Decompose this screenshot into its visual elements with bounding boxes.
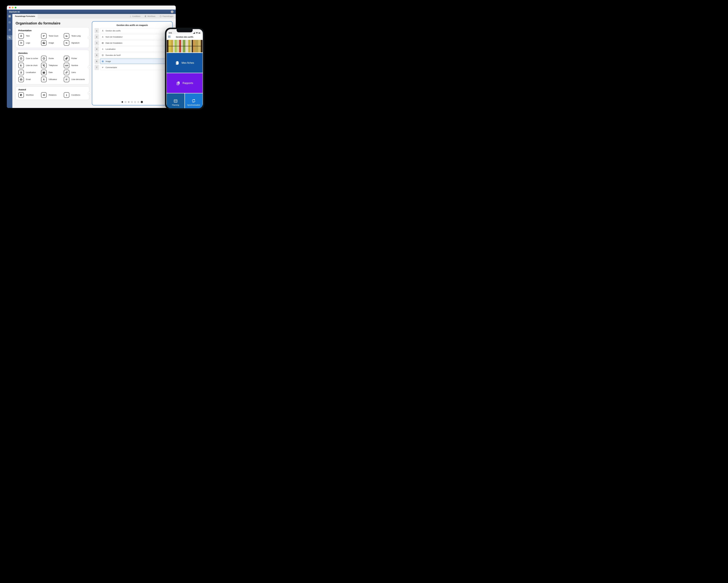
pager-page-3[interactable] <box>131 101 133 103</box>
svg-rect-9 <box>9 37 9 37</box>
exclamation-box-icon <box>64 92 69 98</box>
form-field-row[interactable]: 7Commentaire <box>95 65 170 70</box>
palette-item-email[interactable]: Email <box>18 77 41 82</box>
palette-item-duree[interactable]: Durée <box>41 56 64 61</box>
svg-point-35 <box>66 79 66 80</box>
palette-item-liste-choix[interactable]: Liste de choix <box>18 63 41 68</box>
user-icon <box>41 77 47 82</box>
apps-menu-button[interactable] <box>7 14 12 19</box>
number-icon: 123 <box>64 63 69 68</box>
form-field-row[interactable]: 5Données de l'actif <box>95 53 170 58</box>
pager-page-5[interactable] <box>137 101 139 103</box>
palette-item-titre[interactable]: Titre <box>18 33 41 39</box>
expand-presentation-button[interactable]: › <box>88 36 91 39</box>
palette-presentation-title: Présentation <box>18 29 86 32</box>
pager-page-2-current[interactable] <box>128 101 129 103</box>
palette-item-case[interactable]: Case à cocher <box>18 56 41 61</box>
palette-item-texte-court[interactable]: Texte Court <box>41 33 64 39</box>
shuffle-icon <box>41 92 47 98</box>
palette-item-conditions[interactable]: Conditions <box>64 92 86 98</box>
window-titlebar <box>7 5 176 9</box>
phone-time: 9:41 <box>169 32 172 34</box>
svg-rect-69 <box>176 101 177 102</box>
form-field-row[interactable]: 6Image <box>95 59 170 64</box>
field-number: 4 <box>95 47 99 52</box>
email-icon <box>18 77 24 82</box>
palette-presentation: Présentation Titre Texte Court Texte <box>16 27 89 48</box>
svg-rect-68 <box>175 101 176 102</box>
user-avatar[interactable] <box>171 10 174 13</box>
form-field-row[interactable]: 1Gestion des actifs <box>95 28 170 33</box>
form-field-list: 1Gestion des actifs2Nom de l'installateu… <box>92 28 172 99</box>
files-icon <box>175 61 180 65</box>
field-type-icon <box>102 48 104 50</box>
tab-parametrage-formulaire[interactable]: Paramétrage Formulaire <box>12 14 38 19</box>
pager-page-1[interactable] <box>125 101 126 103</box>
palette-item-utilisateur[interactable]: Utilisateur <box>41 77 64 82</box>
location-icon <box>18 70 24 75</box>
svg-point-36 <box>66 80 66 80</box>
palette-item-telephone[interactable]: Téléphone <box>41 63 64 68</box>
palette-item-relations[interactable]: Relations <box>41 92 64 98</box>
sidebar-item-builder[interactable] <box>7 35 12 40</box>
svg-rect-59 <box>199 33 200 33</box>
palette-item-localisation[interactable]: Localisation <box>18 70 41 75</box>
close-window-button[interactable] <box>9 7 10 8</box>
palette-donnees: Données Case à cocher Durée Fichier <box>16 50 89 84</box>
workflows-action[interactable]: Workflows <box>145 15 156 17</box>
svg-rect-56 <box>194 33 194 34</box>
tile-planning[interactable]: Planning <box>167 93 184 108</box>
expand-donnees-button[interactable]: › <box>88 65 91 69</box>
svg-point-29 <box>44 73 44 73</box>
tile-mes-fiches[interactable]: Mes fiches <box>167 53 203 73</box>
palette-item-logo[interactable]: Logo <box>18 40 41 46</box>
svg-rect-67 <box>175 101 175 102</box>
palette-item-liens[interactable]: Liens <box>64 70 86 75</box>
palette-item-fichier[interactable]: Fichier <box>64 56 86 61</box>
field-label: Gestion des actifs <box>106 30 121 32</box>
sync-icon <box>191 99 196 103</box>
tile-synchronisation[interactable]: Synchronisation <box>185 93 203 108</box>
clock-icon <box>41 56 47 61</box>
field-number: 2 <box>95 34 99 39</box>
svg-rect-10 <box>10 38 10 38</box>
parametrages-action[interactable]: Paramétrages <box>160 15 174 17</box>
svg-rect-57 <box>194 32 195 34</box>
palette-item-image[interactable]: Image <box>41 40 64 46</box>
form-field-row[interactable]: 3Date de l'installation <box>95 40 170 46</box>
pager-add-button[interactable]: + <box>141 101 143 103</box>
palette-item-liste-deroulante[interactable]: Liste déroulante <box>64 77 86 82</box>
palette-item-date[interactable]: Date <box>41 70 64 75</box>
palette-item-workflow[interactable]: Workflow <box>18 92 41 98</box>
palette-item-signature[interactable]: Signature <box>64 40 86 46</box>
form-field-row[interactable]: 4Localisation <box>95 47 170 52</box>
svg-rect-4 <box>146 16 146 16</box>
maximize-window-button[interactable] <box>15 7 17 8</box>
attachment-icon <box>64 56 69 61</box>
svg-point-25 <box>21 72 21 72</box>
phone-notch <box>177 29 192 32</box>
pager-remove-button[interactable]: − <box>122 101 123 103</box>
field-number: 7 <box>95 65 99 70</box>
field-type-icon <box>102 30 104 32</box>
calendar-icon <box>41 70 47 75</box>
hero-image <box>167 40 203 52</box>
conditions-action[interactable]: Conditions <box>129 15 140 17</box>
main-content: Organisation du formulaire Présentation … <box>12 19 176 108</box>
checkbox-icon <box>18 56 24 61</box>
expand-avance-button[interactable]: › <box>88 92 91 95</box>
image-icon <box>41 40 47 46</box>
svg-rect-64 <box>175 101 175 101</box>
sidebar-item-stats[interactable] <box>7 28 12 32</box>
form-field-row[interactable]: 2Nom de l'installateur <box>95 34 170 39</box>
pager-page-4[interactable] <box>134 101 136 103</box>
sidebar-item-forms[interactable] <box>7 20 12 25</box>
svg-rect-7 <box>9 22 10 23</box>
form-preview-panel: Gestion des actifs en magasin 1Gestion d… <box>92 21 173 105</box>
palette-item-nombre[interactable]: 123 Nombre <box>64 63 86 68</box>
minimize-window-button[interactable] <box>12 7 14 8</box>
palette-item-texte-long[interactable]: Texte Long <box>64 33 86 39</box>
brand-bar: DaxiumAir <box>7 9 176 14</box>
tile-rapports[interactable]: Rapports <box>167 73 203 93</box>
menu-button[interactable] <box>168 36 171 37</box>
